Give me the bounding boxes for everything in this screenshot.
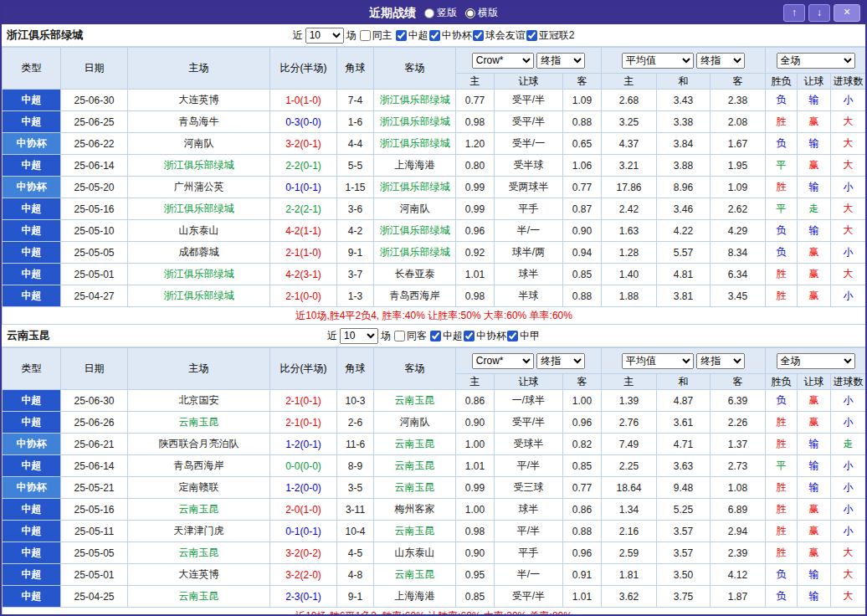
avg-home-cell: 17.86	[602, 177, 657, 198]
close-button[interactable]: ×	[834, 4, 860, 22]
score-cell: 0-3(0-0)	[270, 111, 337, 133]
avg-draw-cell: 4.71	[657, 434, 711, 455]
final-odds-select[interactable]: 终指	[536, 53, 585, 69]
score-cell: 3-2(0-2)	[270, 542, 337, 564]
games-suffix-label: 场	[381, 329, 391, 343]
handicap-cell: 半球	[495, 285, 563, 307]
odds-home-cell: 0.98	[456, 111, 495, 133]
league-filter[interactable]: 球会友谊	[472, 28, 526, 43]
handicap-result-cell: 赢	[798, 390, 831, 412]
bookmaker-select[interactable]: Crow*	[472, 53, 534, 69]
avg-home-cell: 1.81	[602, 564, 657, 586]
average-odds-header: 平均值 终指	[602, 48, 766, 74]
col-result: 胜负	[766, 374, 798, 390]
result-cell: 胜	[766, 285, 798, 307]
avg-home-cell: 2.76	[602, 412, 657, 434]
results-table-1: 类型 日期 主场 比分(半场) 角球 客场 Crow* 终指 平均值 终指 全场	[2, 47, 866, 325]
average-odds-header: 平均值 终指	[602, 348, 766, 374]
home-team-cell: 浙江俱乐部绿城	[128, 285, 270, 307]
league-checkbox[interactable]	[429, 30, 440, 41]
avg-away-cell: 2.94	[711, 521, 766, 542]
vertical-radio[interactable]	[424, 8, 434, 18]
horizontal-radio[interactable]	[465, 8, 475, 18]
col-home: 主场	[128, 48, 270, 90]
league-checkbox[interactable]	[526, 30, 537, 41]
odds-away-cell: 1.09	[563, 90, 602, 111]
date-cell: 25-06-30	[61, 390, 128, 412]
league-type-cell: 中超	[3, 412, 61, 434]
date-cell: 25-06-26	[61, 412, 128, 434]
handicap-result-cell: 输	[798, 177, 831, 198]
handicap-cell: 受半/一	[495, 133, 563, 155]
league-checkbox[interactable]	[473, 30, 484, 41]
bookmaker-select[interactable]: Crow*	[472, 353, 534, 369]
odds-away-cell: 0.77	[563, 177, 602, 198]
same-venue-filter[interactable]: 同主	[359, 28, 392, 43]
goals-result-cell: 小	[831, 499, 866, 521]
league-type-cell: 中超	[3, 198, 61, 220]
date-cell: 25-05-01	[61, 264, 128, 285]
corners-cell: 1-6	[337, 111, 374, 133]
league-filter[interactable]: 亚冠联2	[526, 28, 575, 43]
score-cell: 3-2(2-0)	[270, 564, 337, 586]
avg-home-cell: 3.62	[602, 586, 657, 608]
score-cell: 2-2(0-1)	[270, 155, 337, 177]
avg-home-cell: 1.39	[602, 390, 657, 412]
date-cell: 25-06-14	[61, 455, 128, 477]
goals-result-cell: 小	[831, 285, 866, 307]
away-team-cell: 浙江俱乐部绿城	[374, 242, 456, 264]
table-row: 中超 25-05-05 云南玉昆 3-2(0-2) 4-5 山东泰山 0.90 …	[3, 542, 866, 564]
games-count-select[interactable]: 10	[340, 328, 378, 344]
same-venue-checkbox[interactable]	[360, 30, 371, 41]
same-venue-filter[interactable]: 同客	[393, 329, 427, 343]
avg-draw-cell: 3.63	[657, 455, 711, 477]
team-name: 云南玉昆	[7, 328, 50, 343]
avg-away-cell: 1.09	[711, 177, 766, 198]
games-suffix-label: 场	[346, 28, 357, 43]
average-select[interactable]: 平均值	[622, 53, 694, 69]
same-venue-checkbox[interactable]	[394, 331, 405, 341]
layout-vertical-option[interactable]: 竖版	[424, 6, 457, 20]
home-team-cell: 浙江俱乐部绿城	[128, 264, 270, 285]
league-checkbox[interactable]	[430, 331, 441, 341]
handicap-result-cell: 输	[798, 133, 831, 155]
fulltime-select[interactable]: 全场	[777, 53, 855, 69]
league-filter[interactable]: 中超	[395, 28, 428, 43]
col-type: 类型	[3, 348, 61, 390]
avg-home-cell: 2.16	[602, 521, 657, 542]
avg-away-cell: 4.29	[711, 220, 766, 242]
layout-horizontal-option[interactable]: 横版	[465, 6, 498, 20]
avg-home-cell: 3.25	[602, 111, 657, 133]
avg-away-cell: 6.34	[711, 264, 766, 285]
league-checkbox[interactable]	[507, 331, 518, 341]
scroll-up-button[interactable]: ↑	[783, 4, 805, 22]
result-cell: 胜	[766, 521, 798, 542]
down-arrow-icon: ↓	[817, 7, 822, 18]
games-count-select[interactable]: 10	[305, 28, 344, 44]
league-checkbox[interactable]	[396, 30, 407, 41]
avg-away-cell: 1.08	[711, 477, 766, 499]
league-filter[interactable]: 中甲	[506, 329, 540, 343]
avg-home-cell: 1.40	[602, 264, 657, 285]
league-filter[interactable]: 中超	[429, 329, 463, 343]
scroll-down-button[interactable]: ↓	[808, 4, 830, 22]
home-team-cell: 云南玉昆	[128, 542, 270, 564]
vertical-radio-label: 竖版	[437, 6, 457, 20]
league-type-cell: 中超	[3, 111, 61, 133]
corners-cell: 2-6	[337, 412, 374, 434]
league-filter[interactable]: 中协杯	[463, 329, 506, 343]
final-odds-select[interactable]: 终指	[536, 353, 585, 369]
fulltime-select[interactable]: 全场	[777, 353, 855, 369]
league-label: 中协杯	[476, 329, 506, 343]
final-odds-select[interactable]: 终指	[696, 353, 745, 369]
league-filter[interactable]: 中协杯	[428, 28, 472, 43]
fulltime-header: 全场	[766, 348, 866, 374]
average-select[interactable]: 平均值	[622, 353, 694, 369]
final-odds-select[interactable]: 终指	[696, 53, 745, 69]
league-checkbox[interactable]	[464, 331, 475, 341]
odds-away-cell: 0.88	[563, 521, 602, 542]
league-filters: 中超 中协杯 中甲	[429, 329, 540, 343]
away-team-cell: 山东泰山	[374, 542, 456, 564]
avg-draw-cell: 5.57	[657, 242, 711, 264]
corners-cell: 9-1	[337, 586, 374, 608]
